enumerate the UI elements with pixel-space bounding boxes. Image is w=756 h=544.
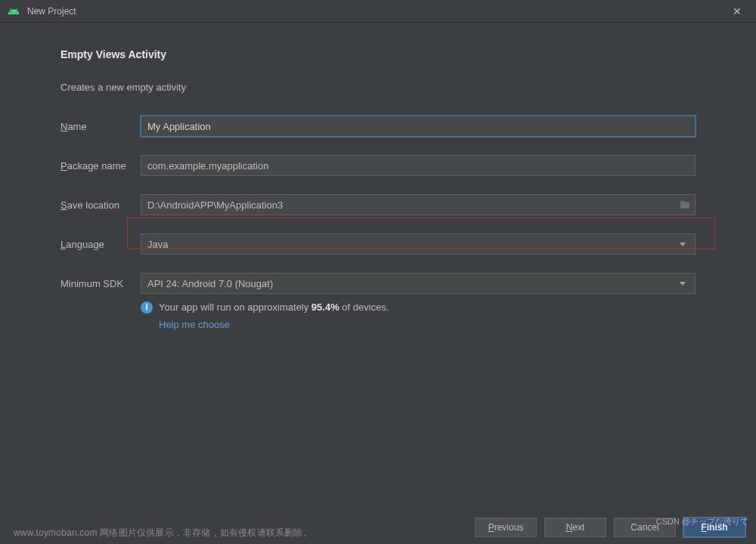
min-sdk-value: API 24: Android 7.0 (Nougat) (147, 278, 273, 289)
label-package: Package name (60, 160, 141, 172)
info-icon: i (141, 301, 153, 314)
name-input[interactable] (141, 116, 696, 137)
chevron-down-icon (680, 243, 686, 246)
sdk-info-text: Your app will run on approximately 95.4%… (159, 300, 389, 333)
titlebar: New Project ✕ (0, 0, 756, 23)
row-language: Language Java (60, 233, 696, 255)
close-icon[interactable]: ✕ (726, 5, 748, 17)
row-min-sdk: Minimum SDK API 24: Android 7.0 (Nougat) (60, 273, 696, 294)
watermark-right: CSDN @チップな誇りて (656, 516, 748, 527)
label-min-sdk: Minimum SDK (60, 278, 141, 289)
label-language: Language (60, 239, 141, 250)
window-title: New Project (27, 6, 726, 17)
save-location-input[interactable] (141, 194, 696, 215)
row-name: Name (60, 116, 696, 137)
next-button[interactable]: Next (544, 518, 606, 537)
label-save-location: Save location (60, 199, 141, 211)
label-name: Name (60, 121, 141, 132)
page-subtitle: Creates a new empty activity (60, 82, 696, 93)
sdk-info: i Your app will run on approximately 95.… (141, 300, 696, 333)
chevron-down-icon (680, 282, 686, 286)
page-heading: Empty Views Activity (60, 48, 696, 60)
language-select[interactable]: Java (141, 233, 696, 255)
row-package: Package name (60, 155, 696, 176)
android-logo-icon (8, 5, 20, 17)
min-sdk-select[interactable]: API 24: Android 7.0 (Nougat) (141, 273, 696, 294)
help-me-choose-link[interactable]: Help me choose (159, 317, 389, 333)
browse-folder-icon[interactable] (679, 199, 691, 210)
previous-button[interactable]: Previous (475, 518, 537, 537)
language-value: Java (147, 239, 168, 250)
dialog-content: Empty Views Activity Creates a new empty… (0, 23, 756, 333)
package-input[interactable] (141, 155, 696, 176)
row-save-location: Save location (60, 194, 696, 215)
watermark-left: www.toymoban.com 网络图片仅供展示，非存储，如有侵权请联系删除。 (14, 527, 312, 539)
